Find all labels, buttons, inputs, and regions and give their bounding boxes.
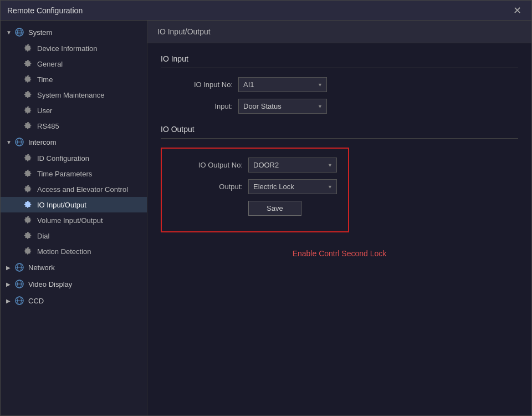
general-label: General <box>37 60 63 68</box>
io-output-no-row: IO Output No: DOOR1 DOOR2 DOOR3 <box>171 158 337 173</box>
title-bar: Remote Configuration ✕ <box>1 1 531 21</box>
intercom-root[interactable]: ▼ Intercom <box>1 134 147 150</box>
sidebar: ▼ System Device Information <box>1 21 147 415</box>
user-label: User <box>37 106 52 115</box>
panel-header: IO Input/Output <box>147 21 531 43</box>
network-root[interactable]: ▶ Network <box>1 259 147 276</box>
gear-icon <box>24 106 33 115</box>
sidebar-item-system-maintenance[interactable]: System Maintenance <box>1 87 147 103</box>
dial-label: Dial <box>37 232 49 240</box>
save-row: Save <box>171 201 337 216</box>
gear-icon <box>24 59 33 68</box>
video-arrow: ▶ <box>6 281 13 287</box>
io-input-label: Input: <box>161 102 233 110</box>
rs485-label: RS485 <box>37 122 59 130</box>
intercom-arrow: ▼ <box>6 139 13 145</box>
ccd-root[interactable]: ▶ CCD <box>1 292 147 309</box>
sidebar-item-dial[interactable]: Dial <box>1 228 147 243</box>
sidebar-item-access-elevator[interactable]: Access and Elevator Control <box>1 181 147 197</box>
gear-icon <box>24 169 33 178</box>
io-input-output-label: IO Input/Output <box>37 201 86 209</box>
main-panel: IO Input/Output IO Input IO Input No: AI… <box>147 21 531 415</box>
io-output-select-wrapper: Electric Lock Normal Open Normal Close <box>248 179 337 194</box>
device-info-label: Device Information <box>37 44 97 53</box>
network-icon <box>15 263 24 272</box>
gear-icon <box>24 216 33 225</box>
sidebar-item-device-information[interactable]: Device Information <box>1 40 147 56</box>
ccd-group: ▶ CCD <box>1 292 147 309</box>
gear-icon <box>24 121 33 130</box>
sidebar-item-rs485[interactable]: RS485 <box>1 118 147 134</box>
system-arrow: ▼ <box>6 29 13 35</box>
sidebar-item-motion-detection[interactable]: Motion Detection <box>1 243 147 259</box>
sidebar-item-id-configuration[interactable]: ID Configuration <box>1 150 147 166</box>
io-output-divider <box>161 138 518 139</box>
video-display-root[interactable]: ▶ Video Display <box>1 276 147 292</box>
time-params-label: Time Parameters <box>37 170 92 178</box>
ccd-label: CCD <box>28 297 44 305</box>
system-label: System <box>28 28 52 37</box>
gear-icon <box>24 90 33 99</box>
io-input-divider <box>161 68 518 68</box>
id-config-label: ID Configuration <box>37 154 89 163</box>
remote-config-window: Remote Configuration ✕ ▼ System <box>0 0 532 416</box>
gear-icon <box>24 200 33 209</box>
system-group: ▼ System Device Information <box>1 24 147 134</box>
sidebar-item-user[interactable]: User <box>1 103 147 118</box>
ccd-arrow: ▶ <box>6 298 13 304</box>
io-output-title: IO Output <box>161 125 518 134</box>
io-output-no-label: IO Output No: <box>171 161 243 169</box>
access-elevator-label: Access and Elevator Control <box>37 185 128 194</box>
io-input-no-row: IO Input No: AI1 AI2 AI3 <box>161 77 518 92</box>
io-output-select[interactable]: Electric Lock Normal Open Normal Close <box>248 179 337 194</box>
volume-io-label: Volume Input/Output <box>37 216 103 225</box>
io-input-no-label: IO Input No: <box>161 80 233 89</box>
ccd-icon <box>15 296 24 305</box>
gear-icon <box>24 231 33 240</box>
io-input-no-select[interactable]: AI1 AI2 AI3 <box>238 77 327 92</box>
gear-icon <box>24 247 33 256</box>
sidebar-item-general[interactable]: General <box>1 56 147 72</box>
gear-icon <box>24 185 33 194</box>
motion-detection-label: Motion Detection <box>37 247 91 256</box>
network-group: ▶ Network <box>1 259 147 276</box>
time-label: Time <box>37 75 53 84</box>
sidebar-item-time[interactable]: Time <box>1 72 147 87</box>
intercom-icon <box>15 138 24 146</box>
io-output-section: IO Output IO Output No: DOOR1 DOOR2 DOOR… <box>161 125 518 258</box>
gear-icon <box>24 44 33 53</box>
sidebar-item-volume-input-output[interactable]: Volume Input/Output <box>1 212 147 228</box>
io-output-box: IO Output No: DOOR1 DOOR2 DOOR3 Output: <box>161 148 349 232</box>
content-area: ▼ System Device Information <box>1 21 531 415</box>
io-input-select-wrapper: Door Status Normal Open Normal Close <box>238 99 327 114</box>
io-input-select[interactable]: Door Status Normal Open Normal Close <box>238 99 327 114</box>
intercom-group: ▼ Intercom ID Configuration <box>1 134 147 259</box>
io-output-row: Output: Electric Lock Normal Open Normal… <box>171 179 337 194</box>
sidebar-item-time-parameters[interactable]: Time Parameters <box>1 166 147 181</box>
panel-content: IO Input IO Input No: AI1 AI2 AI3 <box>147 43 531 415</box>
io-output-no-select-wrapper: DOOR1 DOOR2 DOOR3 <box>248 158 337 173</box>
window-title: Remote Configuration <box>7 6 83 15</box>
gear-icon <box>24 75 33 84</box>
video-display-group: ▶ Video Display <box>1 276 147 292</box>
close-button[interactable]: ✕ <box>510 4 525 17</box>
io-output-label: Output: <box>171 182 243 191</box>
video-display-label: Video Display <box>28 280 72 288</box>
io-input-no-select-wrapper: AI1 AI2 AI3 <box>238 77 327 92</box>
intercom-label: Intercom <box>28 138 57 146</box>
video-icon <box>15 280 24 288</box>
panel-header-title: IO Input/Output <box>157 27 211 36</box>
io-input-title: IO Input <box>161 54 518 63</box>
io-output-no-select[interactable]: DOOR1 DOOR2 DOOR3 <box>248 158 337 173</box>
network-label: Network <box>28 263 55 272</box>
network-arrow: ▶ <box>6 265 13 271</box>
system-root[interactable]: ▼ System <box>1 24 147 40</box>
system-icon <box>15 28 24 37</box>
save-button[interactable]: Save <box>248 201 301 216</box>
gear-icon <box>24 154 33 163</box>
io-input-row: Input: Door Status Normal Open Normal Cl… <box>161 99 518 114</box>
sidebar-item-io-input-output[interactable]: IO Input/Output <box>1 197 147 212</box>
io-input-section: IO Input IO Input No: AI1 AI2 AI3 <box>161 54 518 114</box>
sys-maintenance-label: System Maintenance <box>37 91 104 99</box>
enable-second-lock-link[interactable]: Enable Contrl Second Lock <box>161 249 518 258</box>
